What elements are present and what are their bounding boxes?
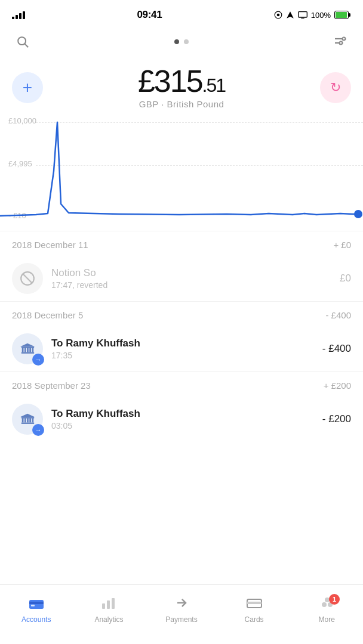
refresh-icon: ↻ bbox=[330, 80, 341, 95]
svg-rect-20 bbox=[21, 346, 34, 348]
search-icon bbox=[16, 35, 29, 48]
svg-rect-40 bbox=[247, 602, 262, 604]
balance-whole: 315 bbox=[154, 64, 202, 98]
accounts-icon bbox=[29, 596, 44, 613]
arrow-icon-2: → bbox=[35, 426, 42, 434]
tab-payments[interactable]: Payments bbox=[145, 585, 218, 644]
svg-rect-22 bbox=[21, 352, 34, 354]
currency-info: GBP · British Pound bbox=[138, 99, 225, 109]
date-row-dec5: 2018 December 5 - £400 bbox=[0, 301, 363, 326]
svg-rect-31 bbox=[29, 600, 44, 609]
svg-rect-27 bbox=[32, 418, 33, 422]
tx-time-ramy-200: 03:05 bbox=[51, 421, 314, 431]
accounts-label: Accounts bbox=[21, 615, 51, 624]
arrow-icon-1: → bbox=[35, 356, 42, 363]
analytics-label: Analytics bbox=[94, 615, 123, 624]
more-icon: 1 bbox=[318, 596, 335, 613]
svg-rect-16 bbox=[24, 348, 26, 352]
top-nav bbox=[0, 26, 363, 60]
tx-name-ramy-400: To Ramy Khuffash bbox=[51, 338, 314, 349]
signal-bars bbox=[12, 11, 25, 19]
battery-percent: 100% bbox=[311, 11, 331, 20]
more-badge-wrap: 1 bbox=[318, 596, 335, 613]
svg-rect-26 bbox=[29, 418, 31, 422]
svg-marker-21 bbox=[20, 343, 35, 347]
date-amount-dec11: + £0 bbox=[333, 240, 351, 250]
cards-icon bbox=[247, 596, 262, 613]
tx-time-notion: 17:47, reverted bbox=[51, 280, 331, 290]
navigation-icon bbox=[286, 11, 294, 19]
svg-rect-2 bbox=[298, 12, 307, 17]
analytics-icon bbox=[101, 596, 116, 613]
tab-cards[interactable]: Cards bbox=[218, 585, 291, 644]
svg-rect-23 bbox=[22, 418, 24, 422]
svg-rect-36 bbox=[112, 598, 115, 609]
transactions-list: 2018 December 11 + £0 Notion So 17:47, r… bbox=[0, 231, 363, 501]
tx-icon-bank-2: → bbox=[12, 404, 43, 435]
add-button[interactable]: + bbox=[12, 72, 43, 103]
filter-button[interactable] bbox=[330, 31, 351, 52]
svg-point-6 bbox=[18, 37, 26, 45]
signal-area bbox=[12, 11, 25, 19]
tx-name-ramy-200: To Ramy Khuffash bbox=[51, 408, 314, 420]
svg-rect-34 bbox=[102, 603, 105, 609]
svg-rect-33 bbox=[31, 605, 35, 606]
tx-time-ramy-400: 17:35 bbox=[51, 351, 314, 360]
balance-section: + £315.51 GBP · British Pound ↻ bbox=[0, 60, 363, 112]
svg-rect-25 bbox=[27, 418, 29, 422]
date-label-dec11: 2018 December 11 bbox=[12, 240, 88, 250]
more-label: More bbox=[319, 615, 335, 624]
location-icon bbox=[274, 11, 282, 19]
tab-bar: Accounts Analytics Payments bbox=[0, 584, 363, 644]
svg-rect-19 bbox=[32, 348, 33, 352]
balance-amount-value: £315.51 bbox=[138, 66, 225, 97]
svg-rect-18 bbox=[29, 348, 31, 352]
svg-rect-30 bbox=[21, 423, 34, 424]
reverted-icon bbox=[20, 271, 35, 286]
tx-details-notion: Notion So 17:47, reverted bbox=[51, 267, 331, 290]
chart-svg bbox=[0, 112, 363, 231]
balance-decimal: .51 bbox=[202, 75, 225, 96]
screen-icon bbox=[298, 11, 307, 19]
tab-more[interactable]: 1 More bbox=[290, 585, 363, 644]
tx-details-ramy-200: To Ramy Khuffash 03:05 bbox=[51, 408, 314, 431]
date-label-sep23: 2018 September 23 bbox=[12, 380, 91, 391]
plus-icon: + bbox=[23, 79, 32, 96]
date-amount-dec5: - £400 bbox=[325, 310, 351, 320]
page-dot-2[interactable] bbox=[184, 39, 189, 44]
tx-name-notion: Notion So bbox=[51, 267, 331, 279]
svg-rect-32 bbox=[29, 602, 44, 604]
filter-icon bbox=[333, 36, 347, 48]
chart-endpoint bbox=[354, 210, 362, 218]
svg-rect-35 bbox=[107, 600, 110, 609]
svg-rect-28 bbox=[21, 417, 34, 418]
battery-icon bbox=[334, 11, 351, 19]
balance-display: £315.51 GBP · British Pound bbox=[138, 66, 225, 109]
more-notification-badge: 1 bbox=[329, 594, 340, 605]
tab-accounts[interactable]: Accounts bbox=[0, 585, 73, 644]
transfer-arrow-badge-2: → bbox=[32, 424, 44, 436]
tab-analytics[interactable]: Analytics bbox=[73, 585, 146, 644]
date-label-dec5: 2018 December 5 bbox=[12, 310, 83, 320]
svg-rect-15 bbox=[22, 348, 24, 352]
svg-point-12 bbox=[340, 42, 343, 45]
svg-rect-24 bbox=[24, 418, 26, 422]
svg-point-11 bbox=[343, 38, 346, 41]
tx-icon-bank-1: → bbox=[12, 333, 43, 364]
transaction-notion-so[interactable]: Notion So 17:47, reverted £0 bbox=[0, 256, 363, 301]
refresh-button[interactable]: ↻ bbox=[320, 72, 351, 103]
tx-amount-notion: £0 bbox=[340, 273, 351, 284]
payments-icon bbox=[174, 596, 189, 613]
svg-rect-4 bbox=[336, 12, 347, 18]
svg-marker-29 bbox=[20, 414, 35, 417]
page-dot-1[interactable] bbox=[174, 39, 179, 44]
currency-name: British Pound bbox=[167, 99, 224, 109]
search-button[interactable] bbox=[12, 31, 33, 52]
date-row-dec11: 2018 December 11 + £0 bbox=[0, 231, 363, 256]
currency-symbol: £ bbox=[138, 64, 154, 98]
transaction-ramy-200[interactable]: → To Ramy Khuffash 03:05 - £200 bbox=[0, 397, 363, 442]
cards-label: Cards bbox=[245, 615, 264, 624]
status-bar: 09:41 100% bbox=[0, 0, 363, 26]
transaction-ramy-400[interactable]: → To Ramy Khuffash 17:35 - £400 bbox=[0, 326, 363, 371]
svg-line-7 bbox=[25, 44, 28, 48]
